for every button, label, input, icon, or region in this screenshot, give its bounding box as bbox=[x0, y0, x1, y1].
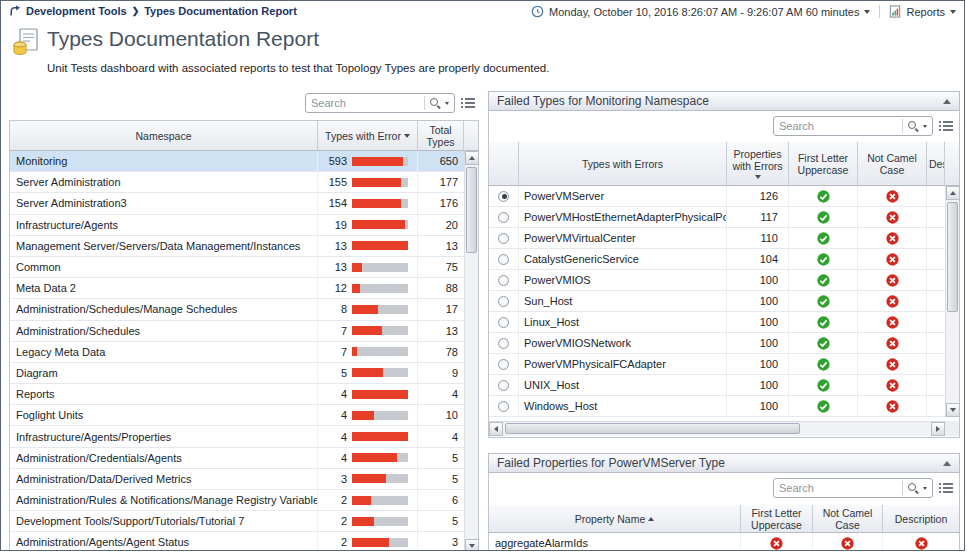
row-radio[interactable] bbox=[498, 359, 509, 370]
column-header-property-name[interactable]: Property Name bbox=[489, 505, 741, 533]
table-row[interactable]: PowerVMIOS100 bbox=[489, 270, 945, 291]
table-row[interactable]: CatalystGenericService104 bbox=[489, 249, 945, 270]
search-options-icon[interactable] bbox=[923, 125, 927, 128]
error-bar-fill bbox=[352, 411, 374, 420]
table-row[interactable]: Infrastructure/Agents/Properties44 bbox=[10, 426, 464, 447]
scroll-up-button[interactable] bbox=[465, 151, 479, 165]
error-bar bbox=[352, 538, 408, 547]
namespace-cell: Development Tools/Support/Tutorials/Tuto… bbox=[10, 511, 318, 531]
column-header-first-letter-uppercase[interactable]: First Letter Uppercase bbox=[789, 142, 858, 186]
table-row[interactable]: UNIX_Host100 bbox=[489, 375, 945, 396]
table-row[interactable]: Diagram59 bbox=[10, 363, 464, 384]
table-row[interactable]: Sun_Host100 bbox=[489, 291, 945, 312]
table-row[interactable]: Common1375 bbox=[10, 257, 464, 278]
scrollbar-thumb[interactable] bbox=[947, 202, 958, 312]
table-row[interactable]: Windows_Host100 bbox=[489, 396, 945, 417]
namespace-cell: Server Administration bbox=[10, 172, 318, 192]
scroll-down-button[interactable] bbox=[946, 403, 960, 417]
table-row[interactable]: aggregateAlarmIds bbox=[489, 533, 959, 551]
collapse-panel-icon[interactable] bbox=[943, 461, 951, 466]
row-radio[interactable] bbox=[498, 317, 509, 328]
total-types-cell: 20 bbox=[418, 215, 464, 235]
vertical-scrollbar[interactable] bbox=[945, 186, 959, 417]
column-header-first-letter-uppercase[interactable]: First Letter Uppercase bbox=[741, 505, 813, 533]
search-input[interactable] bbox=[779, 120, 898, 132]
column-header-total-types[interactable]: Total Types bbox=[418, 121, 464, 151]
time-range-label[interactable]: Monday, October 10, 2016 8:26:07 AM - 9:… bbox=[549, 6, 859, 18]
column-header-types-with-error[interactable]: Types with Error bbox=[318, 121, 418, 151]
collapse-panel-icon[interactable] bbox=[943, 99, 951, 104]
table-row[interactable]: Server Administration155177 bbox=[10, 172, 464, 193]
table-row[interactable]: PowerVMHostEthernetAdapterPhysicalPort11… bbox=[489, 207, 945, 228]
row-radio[interactable] bbox=[498, 401, 509, 412]
reports-dropdown-icon[interactable] bbox=[950, 10, 956, 14]
table-row[interactable]: PowerVMServer126 bbox=[489, 186, 945, 207]
row-radio[interactable] bbox=[498, 380, 509, 391]
type-name-cell: PowerVMHostEthernetAdapterPhysicalPort bbox=[519, 207, 727, 227]
scroll-right-button[interactable] bbox=[931, 422, 945, 436]
table-row[interactable]: PowerVMPhysicalFCAdapter100 bbox=[489, 354, 945, 375]
vertical-scrollbar[interactable] bbox=[464, 151, 478, 551]
row-radio[interactable] bbox=[498, 338, 509, 349]
scroll-down-button[interactable] bbox=[465, 539, 479, 551]
table-row[interactable]: PowerVMIOSNetwork100 bbox=[489, 333, 945, 354]
search-input[interactable] bbox=[311, 97, 420, 109]
search-box[interactable] bbox=[773, 478, 933, 498]
table-row[interactable]: Administration/Agents/Agent Status23 bbox=[10, 532, 464, 551]
table-row[interactable]: Foglight Units410 bbox=[10, 405, 464, 426]
row-radio[interactable] bbox=[498, 233, 509, 244]
column-header-not-camel-case[interactable]: Not Camel Case bbox=[858, 142, 927, 186]
table-row[interactable]: Administration/Rules & Notifications/Man… bbox=[10, 490, 464, 511]
reports-menu[interactable]: Reports bbox=[906, 6, 945, 18]
search-input[interactable] bbox=[779, 482, 898, 494]
scrollbar-thumb[interactable] bbox=[505, 423, 800, 434]
table-row[interactable]: Management Server/Servers/Data Managemen… bbox=[10, 236, 464, 257]
table-row[interactable]: Reports44 bbox=[10, 384, 464, 405]
table-row[interactable]: Infrastructure/Agents1920 bbox=[10, 215, 464, 236]
table-row[interactable]: Development Tools/Support/Tutorials/Tuto… bbox=[10, 511, 464, 532]
scrollbar-thumb[interactable] bbox=[466, 167, 477, 253]
column-header-not-camel-case[interactable]: Not Camel Case bbox=[813, 505, 883, 533]
table-row[interactable]: Legacy Meta Data778 bbox=[10, 342, 464, 363]
column-header-description[interactable]: Description bbox=[927, 142, 945, 186]
table-row[interactable]: Meta Data 21288 bbox=[10, 278, 464, 299]
table-row[interactable]: Server Administration3154176 bbox=[10, 193, 464, 214]
scroll-up-button[interactable] bbox=[946, 186, 960, 200]
search-box[interactable] bbox=[305, 93, 455, 113]
table-row[interactable]: PowerVMVirtualCenter110 bbox=[489, 228, 945, 249]
column-header-properties-with-errors[interactable]: Properties with Errors bbox=[727, 142, 789, 186]
search-icon[interactable] bbox=[429, 97, 441, 109]
column-header-namespace[interactable]: Namespace bbox=[10, 121, 318, 151]
column-header-types-with-errors[interactable]: Types with Errors bbox=[519, 142, 727, 186]
search-options-icon[interactable] bbox=[445, 102, 449, 105]
column-label: Not Camel Case bbox=[813, 507, 882, 531]
row-radio[interactable] bbox=[498, 275, 509, 286]
table-row[interactable]: Administration/Schedules713 bbox=[10, 321, 464, 342]
types-with-error-cell: 2 bbox=[318, 532, 418, 551]
row-radio[interactable] bbox=[498, 191, 509, 202]
error-bar bbox=[352, 368, 408, 377]
search-icon[interactable] bbox=[907, 120, 919, 132]
table-customizer-icon[interactable] bbox=[461, 97, 475, 109]
row-radio[interactable] bbox=[498, 254, 509, 265]
column-header-description[interactable]: Description bbox=[883, 505, 959, 533]
row-radio[interactable] bbox=[498, 296, 509, 307]
row-radio[interactable] bbox=[498, 212, 509, 223]
search-icon[interactable] bbox=[907, 482, 919, 494]
table-row[interactable]: Administration/Data/Derived Metrics35 bbox=[10, 469, 464, 490]
search-options-icon[interactable] bbox=[923, 487, 927, 490]
table-row[interactable]: Linux_Host100 bbox=[489, 312, 945, 333]
check-icon bbox=[817, 274, 830, 287]
breadcrumb-item-development-tools[interactable]: Development Tools bbox=[26, 5, 127, 17]
table-row[interactable]: Monitoring593650 bbox=[10, 151, 464, 172]
navigation-history-icon[interactable] bbox=[9, 5, 21, 17]
time-range-dropdown-icon[interactable] bbox=[864, 10, 870, 14]
horizontal-scrollbar[interactable] bbox=[489, 421, 945, 436]
scroll-left-button[interactable] bbox=[489, 422, 503, 436]
table-row[interactable]: Administration/Schedules/Manage Schedule… bbox=[10, 299, 464, 320]
type-name-cell: PowerVMVirtualCenter bbox=[519, 228, 727, 248]
table-customizer-icon[interactable] bbox=[939, 120, 953, 132]
table-row[interactable]: Administration/Credentials/Agents45 bbox=[10, 448, 464, 469]
table-customizer-icon[interactable] bbox=[939, 482, 953, 494]
search-box[interactable] bbox=[773, 116, 933, 136]
